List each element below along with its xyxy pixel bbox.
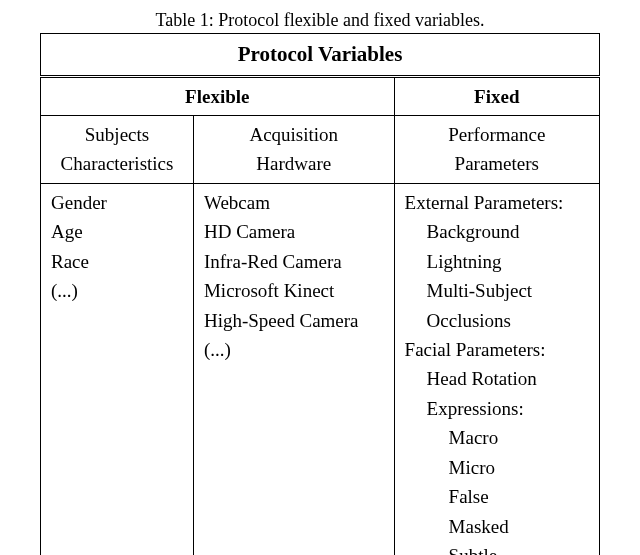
subhead-subjects-l1: Subjects <box>51 120 183 149</box>
list-item: HD Camera <box>204 217 384 246</box>
list-item: Webcam <box>204 188 384 217</box>
subhead-performance: Performance Parameters <box>394 115 599 183</box>
protocol-table: Protocol Variables Flexible Fixed Subjec… <box>40 33 600 555</box>
list-item: Micro <box>405 453 589 482</box>
subhead-subjects-l2: Characteristics <box>51 149 183 178</box>
group-header-row: Flexible Fixed <box>41 76 600 115</box>
subhead-acq-l2: Hardware <box>204 149 384 178</box>
group-fixed: Fixed <box>394 76 599 115</box>
list-item: False <box>405 482 589 511</box>
list-item: (...) <box>204 335 384 364</box>
col-subjects-characteristics: Gender Age Race (...) <box>41 183 194 555</box>
list-item: High-Speed Camera <box>204 306 384 335</box>
list-item: Gender <box>51 188 183 217</box>
list-item: Race <box>51 247 183 276</box>
group-flexible: Flexible <box>41 76 395 115</box>
col-acquisition-hardware: Webcam HD Camera Infra-Red Camera Micros… <box>193 183 394 555</box>
list-item: Subtle <box>405 541 589 555</box>
subhead-acquisition: Acquisition Hardware <box>193 115 394 183</box>
data-row: Gender Age Race (...) Webcam HD Camera I… <box>41 183 600 555</box>
subhead-row: Subjects Characteristics Acquisition Har… <box>41 115 600 183</box>
list-item: Occlusions <box>405 306 589 335</box>
table-caption: Table 1: Protocol flexible and fixed var… <box>30 10 610 31</box>
subhead-perf-l1: Performance <box>405 120 589 149</box>
list-item: Macro <box>405 423 589 452</box>
list-item: Age <box>51 217 183 246</box>
list-item: Lightning <box>405 247 589 276</box>
list-item: Expressions: <box>405 394 589 423</box>
list-item: Masked <box>405 512 589 541</box>
list-item: (...) <box>51 276 183 305</box>
list-item: Infra-Red Camera <box>204 247 384 276</box>
subhead-subjects: Subjects Characteristics <box>41 115 194 183</box>
subhead-perf-l2: Parameters <box>405 149 589 178</box>
list-item: External Parameters: <box>405 188 589 217</box>
list-item: Multi-Subject <box>405 276 589 305</box>
list-item: Head Rotation <box>405 364 589 393</box>
list-item: Background <box>405 217 589 246</box>
title-row: Protocol Variables <box>41 34 600 77</box>
list-item: Facial Parameters: <box>405 335 589 364</box>
table-title: Protocol Variables <box>41 34 600 77</box>
list-item: Microsoft Kinect <box>204 276 384 305</box>
subhead-acq-l1: Acquisition <box>204 120 384 149</box>
col-performance-parameters: External Parameters: Background Lightnin… <box>394 183 599 555</box>
